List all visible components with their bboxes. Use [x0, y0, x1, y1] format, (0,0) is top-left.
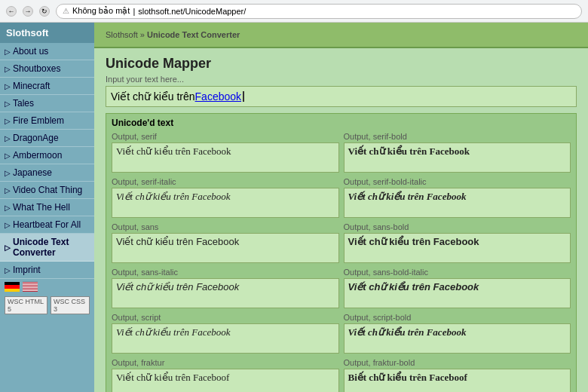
sidebar-item-minecraft[interactable]: ▷ Minecraft [0, 78, 94, 95]
output-sans-bold[interactable] [344, 233, 571, 263]
sidebar-item-unicode-converter[interactable]: ▷ Unicode Text Converter [0, 234, 94, 262]
flag-german[interactable] [5, 282, 20, 292]
output-group-script: Output, script [112, 313, 339, 354]
sidebar-item-imprint[interactable]: ▷ Imprint [0, 262, 94, 279]
output-group-sans: Output, sans [112, 222, 339, 263]
label-sans: Output, sans [112, 222, 339, 231]
outputs-grid: Output, serif Output, serif-bold Output,… [112, 132, 571, 392]
input-link[interactable]: Facebook [195, 90, 241, 103]
sidebar-item-label: Ambermoon [13, 150, 62, 161]
arrow-icon: ▷ [5, 243, 11, 252]
label-sans-italic: Output, sans-italic [112, 268, 339, 277]
page-title: Unicode Text Converter [147, 30, 240, 39]
output-group-script-bold: Output, script-bold [344, 313, 571, 354]
sidebar-item-label: Heartbeat For All [13, 219, 81, 230]
label-fraktur: Output, fraktur [112, 358, 339, 367]
input-label: Input your text here... [106, 75, 577, 84]
flag-us[interactable] [23, 282, 38, 292]
sidebar-item-label: Tales [13, 98, 34, 109]
sidebar-item-dragonage[interactable]: ▷ DragonAge [0, 130, 94, 147]
page-header: Slothsoft » Unicode Text Converter [94, 23, 588, 48]
arrow-icon: ▷ [5, 100, 11, 108]
content-area: Unicode Mapper Input your text here... V… [94, 48, 588, 392]
sidebar-item-tales[interactable]: ▷ Tales [0, 95, 94, 112]
sidebar-item-label: DragonAge [13, 133, 59, 143]
output-serif-bold[interactable] [344, 142, 571, 173]
wsc-html-badge: WSC HTML 5 [5, 296, 47, 314]
sidebar: Slothsoft ▷ About us ▷ Shoutboxes ▷ Mine… [0, 23, 94, 392]
output-sans[interactable] [112, 233, 339, 263]
output-serif[interactable] [112, 142, 339, 173]
arrow-icon: ▷ [5, 65, 11, 73]
sidebar-item-label: Imprint [13, 265, 41, 275]
label-serif-italic: Output, serif-italic [112, 177, 339, 186]
site-name-text: Slothsoft » [106, 30, 145, 39]
output-group-fraktur-bold: Output, fraktur-bold [344, 358, 571, 392]
sidebar-item-label: Fire Emblem [13, 115, 64, 126]
main-content: Slothsoft » Unicode Text Converter Unico… [94, 23, 588, 392]
sidebar-item-ambermoon[interactable]: ▷ Ambermoon [0, 147, 94, 164]
unicode-section: Unicode'd text Output, serif Output, ser… [106, 113, 577, 392]
arrow-icon: ▷ [5, 117, 11, 125]
sidebar-item-shoutboxes[interactable]: ▷ Shoutboxes [0, 60, 94, 78]
arrow-icon: ▷ [5, 134, 11, 142]
arrow-icon: ▷ [5, 82, 11, 90]
output-serif-italic[interactable] [112, 188, 339, 218]
sidebar-item-fire-emblem[interactable]: ▷ Fire Emblem [0, 112, 94, 130]
label-script-bold: Output, script-bold [344, 313, 571, 322]
label-script: Output, script [112, 313, 339, 322]
output-group-serif: Output, serif [112, 132, 339, 173]
page-container: Slothsoft ▷ About us ▷ Shoutboxes ▷ Mine… [0, 23, 588, 392]
security-icon: ⚠ [63, 7, 69, 15]
sidebar-title: Slothsoft [0, 23, 94, 43]
url-separator: | [133, 7, 135, 16]
output-fraktur[interactable] [112, 369, 339, 392]
arrow-icon: ▷ [5, 266, 11, 274]
output-sans-bold-italic[interactable] [344, 278, 571, 308]
label-serif-bold: Output, serif-bold [344, 132, 571, 141]
url-text: slothsoft.net/UnicodeMapper/ [138, 7, 246, 16]
section-title: Unicode Mapper [106, 56, 577, 72]
output-group-serif-italic: Output, serif-italic [112, 177, 339, 218]
cursor [243, 91, 244, 102]
sidebar-item-heartbeat[interactable]: ▷ Heartbeat For All [0, 216, 94, 234]
output-group-serif-bold: Output, serif-bold [344, 132, 571, 173]
back-button[interactable]: ← [6, 6, 17, 17]
arrow-icon: ▷ [5, 186, 11, 194]
arrow-icon: ▷ [5, 47, 11, 56]
sidebar-item-video-chat-thing[interactable]: ▷ Video Chat Thing [0, 182, 94, 199]
wsc-css-badge: WSC CSS 3 [51, 296, 90, 314]
sidebar-item-label: Minecraft [13, 81, 50, 91]
sidebar-item-about[interactable]: ▷ About us [0, 43, 94, 60]
output-script-bold[interactable] [344, 323, 571, 354]
sidebar-flags [0, 279, 94, 295]
sidebar-item-japanese[interactable]: ▷ Japanese [0, 164, 94, 182]
input-text-prefix: Viết chữ kiểu trên [111, 90, 195, 103]
arrow-icon: ▷ [5, 204, 11, 212]
label-sans-bold-italic: Output, sans-bold-italic [344, 268, 571, 277]
output-group-sans-bold: Output, sans-bold [344, 222, 571, 263]
output-serif-bold-italic[interactable] [344, 188, 571, 218]
arrow-icon: ▷ [5, 221, 11, 229]
output-group-fraktur: Output, fraktur [112, 358, 339, 392]
security-label: Không bảo mật [72, 6, 130, 16]
output-group-sans-italic: Output, sans-italic [112, 268, 339, 308]
sidebar-item-what-the-hell[interactable]: ▷ What The Hell [0, 199, 94, 216]
sidebar-item-label: Unicode Text Converter [13, 237, 90, 258]
output-script[interactable] [112, 323, 339, 354]
forward-button[interactable]: → [23, 6, 33, 17]
label-sans-bold: Output, sans-bold [344, 222, 571, 231]
sidebar-item-label: What The Hell [13, 202, 70, 213]
browser-chrome: ← → ↻ ⚠ Không bảo mật | slothsoft.net/Un… [0, 0, 588, 23]
output-fraktur-bold[interactable] [344, 369, 571, 392]
site-name: Slothsoft » Unicode Text Converter [106, 30, 577, 39]
output-group-serif-bold-italic: Output, serif-bold-italic [344, 177, 571, 218]
label-serif: Output, serif [112, 132, 339, 141]
sidebar-item-label: Shoutboxes [13, 63, 60, 74]
refresh-button[interactable]: ↻ [39, 6, 50, 17]
unicode-section-title: Unicode'd text [112, 118, 571, 128]
label-serif-bold-italic: Output, serif-bold-italic [344, 177, 571, 186]
output-sans-italic[interactable] [112, 278, 339, 308]
arrow-icon: ▷ [5, 169, 11, 177]
address-bar[interactable]: ⚠ Không bảo mật | slothsoft.net/UnicodeM… [56, 4, 582, 19]
